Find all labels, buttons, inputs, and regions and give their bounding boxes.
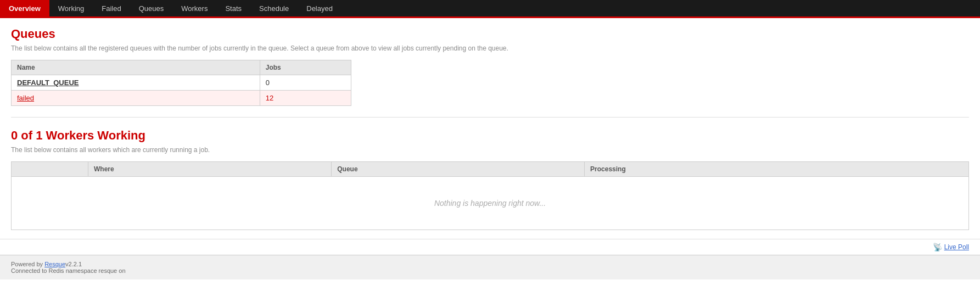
queues-table: Name Jobs DEFAULT_QUEUE 0 failed 12 — [11, 60, 351, 106]
resque-link[interactable]: Resque — [44, 261, 65, 267]
nav-item-overview[interactable]: Overview — [0, 0, 49, 16]
nav-item-working[interactable]: Working — [49, 0, 93, 16]
queues-col-name: Name — [12, 60, 260, 75]
nav-item-schedule[interactable]: Schedule — [250, 0, 298, 16]
queue-jobs-failed: 12 — [260, 91, 351, 106]
workers-title: 0 of 1 Workers Working — [11, 128, 969, 143]
workers-empty-row: Nothing is happening right now... — [12, 177, 969, 230]
workers-col-check — [12, 162, 88, 177]
livepoll-icon: 📡 — [933, 243, 942, 251]
queue-name-failed[interactable]: failed — [12, 91, 260, 106]
nav-item-workers[interactable]: Workers — [172, 0, 216, 16]
queues-title: Queues — [11, 27, 969, 41]
workers-table: Where Queue Processing Nothing is happen… — [11, 161, 969, 230]
queues-description: The list below contains all the register… — [11, 44, 969, 52]
footer-version: v2.2.1 — [65, 261, 82, 267]
workers-col-where: Where — [88, 162, 331, 177]
nav-item-queues[interactable]: Queues — [130, 0, 173, 16]
table-row: failed 12 — [12, 91, 351, 106]
table-row: DEFAULT_QUEUE 0 — [12, 75, 351, 91]
footer: Powered by Resquev2.2.1 Connected to Red… — [0, 255, 980, 279]
failed-queue-link[interactable]: failed — [17, 94, 34, 102]
queue-jobs-default: 0 — [260, 75, 351, 91]
nav-item-delayed[interactable]: Delayed — [298, 0, 341, 16]
nav-item-failed[interactable]: Failed — [93, 0, 130, 16]
workers-col-processing: Processing — [585, 162, 969, 177]
workers-col-queue: Queue — [332, 162, 585, 177]
main-content: Queues The list below contains all the r… — [0, 18, 980, 239]
livepoll-bar: 📡 Live Poll — [0, 239, 980, 255]
section-divider — [11, 117, 969, 117]
queues-col-jobs: Jobs — [260, 60, 351, 75]
workers-description: The list below contains all workers whic… — [11, 146, 969, 154]
footer-powered-by-text: Powered by — [11, 261, 44, 267]
workers-empty-message: Nothing is happening right now... — [12, 177, 969, 230]
main-nav: Overview Working Failed Queues Workers S… — [0, 0, 980, 18]
nav-item-stats[interactable]: Stats — [216, 0, 250, 16]
queue-name-default: DEFAULT_QUEUE — [12, 75, 260, 91]
livepoll-link[interactable]: Live Poll — [944, 243, 969, 251]
footer-powered-by: Powered by Resquev2.2.1 — [11, 261, 969, 267]
footer-redis-info: Connected to Redis namespace resque on — [11, 267, 969, 274]
